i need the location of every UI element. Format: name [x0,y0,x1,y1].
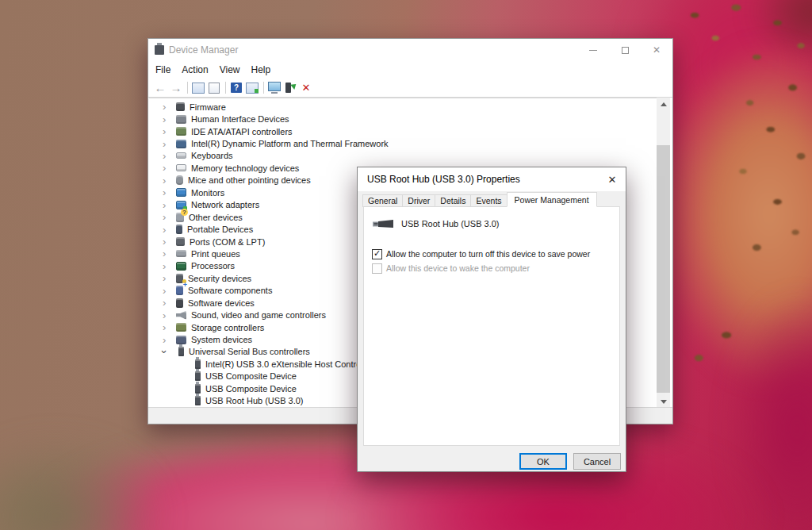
close-button[interactable]: ✕ [641,39,672,61]
tree-item-label: Sound, video and game controllers [191,310,326,320]
tree-row[interactable]: IDE ATA/ATAPI controllers [149,125,657,137]
tree-item-label: Keyboards [191,151,233,160]
chevron-icon[interactable] [163,248,176,259]
tree-row[interactable]: Firmware [149,101,657,113]
tree-item-label: Intel(R) USB 3.0 eXtensible Host Control… [205,359,378,369]
maximize-icon [622,47,629,54]
chevron-icon[interactable] [163,163,176,173]
device-manager-icon [155,45,164,55]
device-manager-titlebar[interactable]: Device Manager ✕ [148,39,672,61]
scan-hardware-changes-button[interactable] [266,80,282,95]
tree-item-label: Software devices [188,298,255,308]
tree-item-label: Network adapters [191,200,259,209]
tree-item-label: Memory technology devices [191,163,299,173]
checkbox[interactable] [372,249,382,259]
cancel-button[interactable]: Cancel [573,453,621,470]
chevron-icon[interactable] [163,236,176,247]
chevron-icon[interactable] [163,175,176,186]
chevron-icon[interactable] [163,261,176,271]
device-category-icon [195,359,201,369]
forward-button[interactable] [168,80,184,95]
close-icon: ✕ [653,45,661,55]
checkbox-label: Allow this device to wake the computer [386,263,530,273]
chevron-icon[interactable] [163,126,176,136]
device-category-icon [176,336,186,344]
tree-item-label: USB Composite Device [205,371,297,381]
chevron-icon[interactable] [163,151,176,161]
chevron-icon[interactable] [163,310,176,321]
device-category-icon [176,274,183,283]
chevron-icon[interactable] [163,298,176,308]
chevron-icon[interactable] [163,200,176,210]
device-category-icon [176,213,184,222]
tree-item-label: System devices [191,335,252,344]
menu-item[interactable]: View [214,63,246,77]
properties-button[interactable] [206,80,222,95]
dialog-titlebar[interactable]: USB Root Hub (USB 3.0) Properties ✕ [358,167,626,191]
tree-row[interactable]: Human Interface Devices [149,113,657,125]
uninstall-button[interactable] [298,80,314,95]
tab[interactable]: Events [470,194,507,207]
chevron-icon[interactable] [163,187,176,198]
usb-plug-icon [372,218,394,229]
menu-bar: FileActionViewHelp [148,61,672,79]
tree-item-label: Ports (COM & LPT) [190,237,265,247]
window-controls: ✕ [577,39,672,61]
tree-item-label: Human Interface Devices [191,114,289,124]
tree-row[interactable]: Keyboards [149,150,657,162]
export-list-button[interactable] [244,80,260,95]
chevron-icon[interactable] [163,286,176,296]
device-category-icon [176,286,183,295]
ok-button[interactable]: OK [519,453,567,470]
minimize-button[interactable] [577,39,609,61]
device-category-icon [176,188,186,197]
tree-item-label: Intel(R) Dynamic Platform and Thermal Fr… [191,139,389,148]
tab[interactable]: Driver [402,194,435,207]
chevron-icon[interactable] [163,212,176,222]
device-category-icon [176,262,186,271]
device-category-icon [176,127,186,136]
power-options: Allow the computer to turn off this devi… [372,247,615,275]
dialog-close-button[interactable]: ✕ [599,167,626,191]
dialog-title: USB Root Hub (USB 3.0) Properties [367,174,520,185]
power-management-panel: USB Root Hub (USB 3.0) Allow the compute… [363,206,620,446]
power-option-row[interactable]: Allow the computer to turn off this devi… [372,247,615,261]
chevron-icon[interactable] [163,225,176,235]
chevron-icon[interactable] [163,335,176,345]
checkbox [372,263,382,274]
maximize-button[interactable] [609,39,641,61]
tab[interactable]: Power Management [507,192,597,207]
chevron-icon[interactable] [163,139,176,149]
tree-item-label: Firmware [190,102,226,112]
device-category-icon [176,225,182,234]
device-category-icon [176,140,186,148]
tab[interactable]: General [362,194,403,207]
update-driver-button[interactable] [282,80,298,95]
tree-item-label: Universal Serial Bus controllers [189,347,310,356]
menu-item[interactable]: Help [246,63,277,77]
device-category-icon [176,164,186,171]
toolbar-separator [184,80,190,95]
chevron-icon[interactable] [163,347,176,357]
scrollbar-thumb[interactable] [657,145,670,393]
menu-item[interactable]: Action [176,63,213,77]
flower-stamens [674,0,812,381]
power-option-row: Allow this device to wake the computer [372,261,615,275]
tab[interactable]: Details [435,194,471,207]
tree-item-label: USB Root Hub (USB 3.0) [205,396,304,405]
show-console-tree-button[interactable] [190,80,206,95]
chevron-icon[interactable] [163,322,176,332]
chevron-icon[interactable] [163,273,176,283]
tree-item-label: IDE ATA/ATAPI controllers [191,127,293,136]
scroll-up-arrow-icon[interactable] [657,98,670,111]
help-button[interactable] [228,80,244,95]
device-name-label: USB Root Hub (USB 3.0) [401,219,500,229]
menu-item[interactable]: File [150,63,176,77]
tree-item-label: Mice and other pointing devices [188,175,311,185]
chevron-icon[interactable] [163,102,176,112]
device-category-icon [176,152,186,159]
back-button[interactable] [152,80,168,95]
vertical-scrollbar[interactable] [657,98,670,409]
chevron-icon[interactable] [163,114,176,125]
tree-row[interactable]: Intel(R) Dynamic Platform and Thermal Fr… [149,137,657,149]
